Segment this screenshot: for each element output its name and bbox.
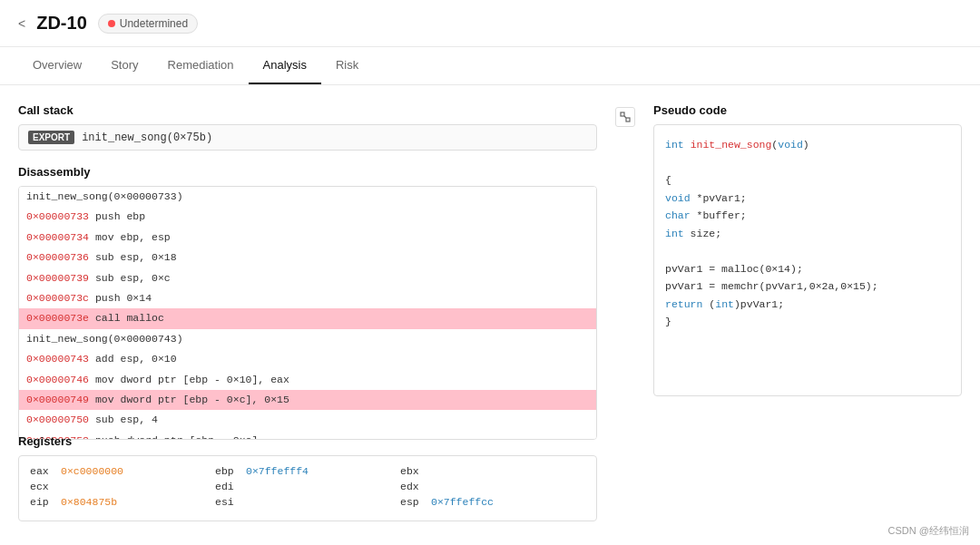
dis-line: 0×00000746 mov dword ptr [ebp - 0×10], e…: [19, 370, 596, 390]
pseudo-line: char *buffer;: [665, 207, 950, 225]
tab-remediation[interactable]: Remediation: [153, 47, 249, 84]
pseudo-line: pvVar1 = malloc(0×14);: [665, 260, 950, 278]
dis-line: 0×0000073c push 0×14: [19, 288, 596, 308]
nav-tabs: Overview Story Remediation Analysis Risk: [0, 47, 980, 85]
dis-line: 0×00000749 mov dword ptr [ebp - 0×c], 0×…: [19, 390, 596, 410]
register-value: 0×7ffeffcc: [431, 496, 494, 508]
register-item: esi: [215, 496, 400, 508]
pseudo-line: }: [665, 313, 950, 331]
register-value: 0×7ffefff4: [246, 465, 309, 477]
svg-line-2: [624, 116, 626, 118]
register-item: esp0×7ffeffcc: [400, 496, 585, 508]
status-dot-icon: [108, 20, 115, 27]
register-item: ebp0×7ffefff4: [215, 465, 400, 477]
tab-risk[interactable]: Risk: [321, 47, 373, 84]
register-value: 0×c0000000: [61, 465, 123, 477]
issue-id: ZD-10: [36, 13, 87, 34]
dis-line: init_new_song(0×00000733): [19, 187, 596, 207]
pseudo-line: int size;: [665, 225, 950, 243]
register-name: edx: [400, 481, 426, 492]
dis-line: 0×0000073e call malloc: [19, 308, 596, 328]
dis-line: 0×00000734 mov ebp, esp: [19, 228, 596, 248]
pseudo-line: return (int)pvVar1;: [665, 296, 950, 314]
status-label: Undetermined: [120, 17, 188, 30]
pseudo-code-section: Pseudo code int init_new_song(void) { vo…: [653, 103, 962, 521]
dis-line: 0×00000743 add esp, 0×10: [19, 349, 596, 369]
disassembly-box[interactable]: init_new_song(0×00000733)0×00000733 push…: [18, 186, 597, 440]
registers-section: Registers eax0×c0000000ebp0×7ffefff4ebxe…: [18, 434, 597, 521]
watermark: CSDN @经纬恒润: [888, 524, 969, 538]
tab-analysis[interactable]: Analysis: [249, 47, 321, 84]
register-value: 0×804875b: [61, 496, 117, 508]
main-content: Call stack EXPORT init_new_song(0×75b) D…: [0, 85, 980, 540]
expand-button[interactable]: [615, 107, 635, 127]
pseudo-line: {: [665, 171, 950, 190]
pseudo-code-box: int init_new_song(void) { void *pvVar1; …: [653, 124, 962, 396]
dis-line: init_new_song(0×00000743): [19, 329, 596, 349]
dis-line: 0×00000733 push ebp: [19, 207, 596, 227]
disassembly-title: Disassembly: [18, 165, 597, 179]
call-stack-section: Call stack EXPORT init_new_song(0×75b): [18, 103, 597, 151]
call-stack-entry: init_new_song(0×75b): [82, 131, 212, 144]
left-panel: Call stack EXPORT init_new_song(0×75b) D…: [18, 103, 597, 521]
register-name: eax: [30, 465, 55, 477]
register-name: esp: [400, 496, 426, 508]
pseudo-line: void *pvVar1;: [665, 190, 950, 208]
dis-line: 0×00000750 sub esp, 4: [19, 410, 596, 430]
register-name: eip: [30, 496, 55, 508]
register-row: eip0×804875besiesp0×7ffeffcc: [30, 496, 585, 508]
register-name: ebx: [400, 465, 426, 477]
register-item: edx: [400, 481, 585, 492]
register-row: eax0×c0000000ebp0×7ffefff4ebx: [30, 465, 585, 477]
dis-line: 0×00000739 sub esp, 0×c: [19, 268, 596, 288]
dis-line: 0×00000736 sub esp, 0×18: [19, 248, 596, 268]
registers-box: eax0×c0000000ebp0×7ffefff4ebxecxediedxei…: [18, 455, 597, 521]
call-stack-box: EXPORT init_new_song(0×75b): [18, 124, 597, 151]
register-name: ebp: [215, 465, 240, 477]
registers-title: Registers: [18, 434, 597, 448]
register-item: edi: [215, 481, 400, 492]
register-item: eax0×c0000000: [30, 465, 215, 477]
register-item: ecx: [30, 481, 215, 492]
svg-rect-0: [621, 112, 624, 116]
export-tag: EXPORT: [28, 131, 74, 144]
pseudo-line: int init_new_song(void): [665, 136, 950, 154]
tab-story[interactable]: Story: [96, 47, 152, 84]
header: < ZD-10 Undetermined: [0, 0, 980, 47]
register-name: esi: [215, 496, 240, 508]
pseudo-line: [665, 154, 950, 172]
register-item: eip0×804875b: [30, 496, 215, 508]
disassembly-section: Disassembly init_new_song(0×00000733)0×0…: [18, 165, 597, 420]
register-name: edi: [215, 481, 240, 492]
register-row: ecxediedx: [30, 481, 585, 492]
pseudo-line: [665, 242, 950, 260]
pseudo-code-title: Pseudo code: [653, 103, 962, 117]
status-badge: Undetermined: [98, 14, 198, 34]
back-button[interactable]: <: [18, 16, 25, 31]
pseudo-line: pvVar1 = memchr(pvVar1,0×2a,0×15);: [665, 277, 950, 296]
right-panel: Pseudo code int init_new_song(void) { vo…: [653, 103, 962, 521]
register-item: ebx: [400, 465, 585, 477]
register-name: ecx: [30, 481, 55, 492]
tab-overview[interactable]: Overview: [18, 47, 96, 84]
call-stack-title: Call stack: [18, 103, 597, 117]
svg-rect-1: [626, 118, 630, 122]
